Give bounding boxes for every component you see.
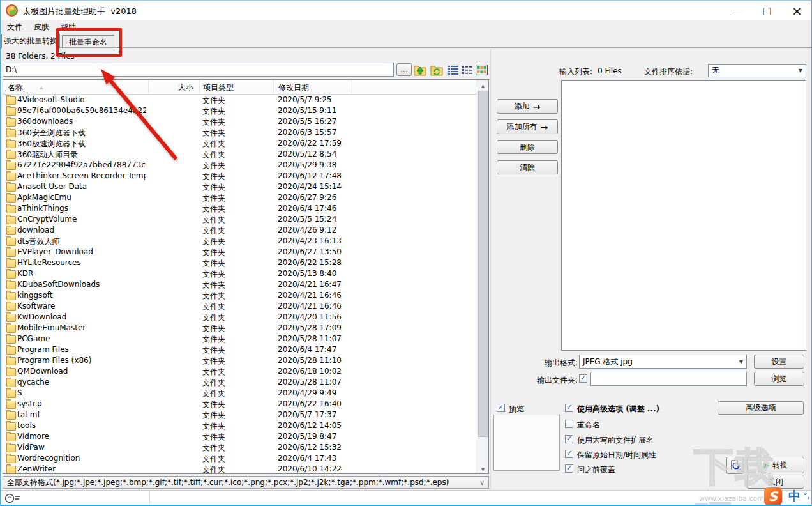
scroll-down-button[interactable] xyxy=(477,463,488,473)
list-view-button[interactable] xyxy=(460,63,474,77)
ask-overwrite-label[interactable]: 问之前覆盖 xyxy=(577,464,615,475)
ime-toolbar-icons[interactable] xyxy=(803,491,810,500)
folder-summary: 38 Folders, 2 Files xyxy=(6,52,75,61)
table-row[interactable]: HYLiteResources 文件夹 2020/6/22 15:28 xyxy=(3,257,477,268)
file-type: 文件夹 xyxy=(202,378,225,388)
table-row[interactable]: 4Videosoft Studio 文件夹 2020/5/7 9:25 xyxy=(3,95,477,105)
scrollbar-thumb[interactable] xyxy=(478,91,489,437)
table-row[interactable]: tal-mf 文件夹 2020/5/7 17:37 xyxy=(3,410,477,420)
file-type: 文件夹 xyxy=(202,291,225,302)
table-row[interactable]: 360极速浏览器下载 文件夹 2020/6/22 17:59 xyxy=(3,138,477,149)
table-row[interactable]: PCGame 文件夹 2020/5/28 11:07 xyxy=(3,334,477,344)
details-view-button[interactable] xyxy=(446,63,460,77)
table-row[interactable]: Program Files (x86) 文件夹 2020/5/28 11:10 xyxy=(3,355,477,366)
file-name: aThinkThings xyxy=(17,204,146,213)
table-row[interactable]: kinggsoft 文件夹 2020/4/21 16:46 xyxy=(3,290,477,301)
table-row[interactable]: systcp 文件夹 2020/6/22 16:40 xyxy=(3,399,477,410)
menu-item[interactable]: 文件 xyxy=(2,20,27,34)
folder-up-button[interactable] xyxy=(413,63,427,77)
advanced-options-label[interactable]: 使用高级选项 (调整 ...) xyxy=(577,404,659,415)
table-scrollbar[interactable] xyxy=(477,80,488,473)
table-row[interactable]: Vidmore 文件夹 2020/5/19 8:47 xyxy=(3,431,477,442)
path-input[interactable] xyxy=(3,63,394,77)
table-row[interactable]: QMDownload 文件夹 2020/6/18 10:02 xyxy=(3,366,477,377)
folder-icon xyxy=(6,368,16,376)
table-row[interactable]: Ksoftware 文件夹 2020/4/21 16:46 xyxy=(3,301,477,312)
format-filter-combobox[interactable]: 全部支持格式(*.jpg;*.jpe;*.jpeg;*.bmp;*.gif;*.… xyxy=(3,476,489,489)
table-row[interactable]: 67271e22904f92a7bbed788773c02a99 文件夹 202… xyxy=(3,160,477,171)
table-row[interactable]: dts音效大师 文件夹 2020/4/23 16:13 xyxy=(3,236,477,247)
table-row[interactable]: Program Files 文件夹 2020/6/4 17:47 xyxy=(3,344,477,355)
minimize-button[interactable] xyxy=(722,1,752,20)
maximize-button[interactable] xyxy=(752,1,782,20)
ime-language-indicator[interactable]: 中 xyxy=(788,488,801,505)
output-folder-label: 输出文件夹: xyxy=(522,375,578,386)
clear-button[interactable]: 清除 xyxy=(497,160,558,174)
convert-button[interactable]: 转换 xyxy=(747,457,804,473)
table-row[interactable]: download 文件夹 2020/4/26 9:12 xyxy=(3,225,477,236)
ime-sogou-icon[interactable]: S xyxy=(764,487,782,505)
input-file-listbox[interactable] xyxy=(561,80,806,351)
column-header-name[interactable]: 名称 xyxy=(3,80,149,94)
scroll-up-button[interactable] xyxy=(477,80,488,90)
table-row[interactable]: KDR 文件夹 2020/5/13 8:40 xyxy=(3,268,477,279)
table-row[interactable]: Wordrecognition 文件夹 2020/6/4 17:43 xyxy=(3,453,477,464)
preview-checkbox[interactable] xyxy=(497,404,505,412)
table-row[interactable]: 360驱动大师目录 文件夹 2020/5/12 8:54 xyxy=(3,149,477,160)
table-row[interactable]: VidPaw 文件夹 2020/6/12 15:32 xyxy=(3,442,477,453)
table-row[interactable]: ZenWriter 文件夹 2020/6/10 14:22 xyxy=(3,464,477,473)
delete-button[interactable]: 删除 xyxy=(497,140,558,154)
output-format-select[interactable]: JPEG 格式 jpg xyxy=(579,355,747,369)
file-modified: 2020/5/7 17:37 xyxy=(278,410,336,419)
table-row[interactable]: KwDownload 文件夹 2020/4/20 11:56 xyxy=(3,312,477,323)
add-button[interactable]: 添加 xyxy=(497,99,558,114)
thumbnail-view-button[interactable] xyxy=(474,63,488,77)
tab-batch-rename[interactable]: 批量重命名 xyxy=(62,35,114,48)
settings-button[interactable]: 设置 xyxy=(754,355,804,369)
table-row[interactable]: EVPlayer_Download 文件夹 2020/6/27 13:50 xyxy=(3,247,477,257)
table-row[interactable]: 95e7f6af000ba6c59c86134e4b22 文件夹 2020/5/… xyxy=(3,105,477,116)
ask-overwrite-checkbox[interactable] xyxy=(565,464,573,473)
column-header-type[interactable]: 项目类型 xyxy=(200,80,274,94)
uppercase-ext-checkbox[interactable] xyxy=(565,435,573,443)
column-header-modified[interactable]: 修改日期 xyxy=(274,80,352,94)
keep-date-label[interactable]: 保留原始日期/时间属性 xyxy=(577,450,656,461)
table-row[interactable]: S 文件夹 2020/4/29 9:49 xyxy=(3,388,477,399)
table-row[interactable]: KDubaSoftDownloads 文件夹 2020/4/21 16:47 xyxy=(3,279,477,290)
preview-result-button[interactable] xyxy=(726,457,744,474)
table-row[interactable]: aThinkThings 文件夹 2020/6/4 17:46 xyxy=(3,203,477,214)
table-row[interactable]: AceThinker Screen Recorder Temp 文件夹 2020… xyxy=(3,171,477,181)
table-row[interactable]: ApkMagicEmu 文件夹 2020/6/27 9:26 xyxy=(3,192,477,203)
file-name: qycache xyxy=(17,378,146,387)
file-type: 文件夹 xyxy=(202,95,225,106)
menu-item[interactable]: 皮肤 xyxy=(29,20,54,34)
tab-batch-convert[interactable]: 强大的批量转换 xyxy=(1,34,60,48)
table-row[interactable]: 360downloads 文件夹 2020/5/5 16:27 xyxy=(3,116,477,127)
column-header-size[interactable]: 大小 xyxy=(149,80,200,94)
close-button[interactable] xyxy=(782,1,812,20)
advanced-options-button[interactable]: 高级选项 xyxy=(718,401,804,415)
browse-path-button[interactable]: ... xyxy=(396,63,412,76)
output-folder-checkbox[interactable] xyxy=(579,374,587,383)
refresh-button[interactable] xyxy=(430,63,444,77)
rename-checkbox[interactable] xyxy=(565,420,573,428)
close-dialog-button[interactable]: 关闭 xyxy=(747,475,804,489)
table-row[interactable]: 360安全浏览器下载 文件夹 2020/6/3 15:57 xyxy=(3,127,477,138)
browse-output-button[interactable]: 浏览 xyxy=(754,372,804,386)
sort-by-select[interactable]: 无 xyxy=(708,64,806,77)
keep-date-checkbox[interactable] xyxy=(565,450,573,458)
menu-item[interactable]: 帮助 xyxy=(56,20,81,34)
file-name: Vidmore xyxy=(17,432,146,441)
add-all-button[interactable]: 添加所有 xyxy=(497,119,558,134)
table-row[interactable]: CnCryptVolume 文件夹 2020/5/5 15:24 xyxy=(3,214,477,225)
table-row[interactable]: tools 文件夹 2020/6/12 14:05 xyxy=(3,420,477,431)
folder-icon xyxy=(6,140,16,148)
table-row[interactable]: qycache 文件夹 2020/5/28 11:07 xyxy=(3,377,477,388)
table-row[interactable]: Anasoft User Data 文件夹 2020/4/24 15:14 xyxy=(3,181,477,192)
preview-label[interactable]: 预览 xyxy=(509,404,524,415)
uppercase-ext-label[interactable]: 使用大写的文件扩展名 xyxy=(577,435,654,446)
table-row[interactable]: MobileEmuMaster 文件夹 2020/5/28 17:09 xyxy=(3,323,477,334)
output-folder-input[interactable] xyxy=(590,372,747,386)
rename-label[interactable]: 重命名 xyxy=(577,420,600,431)
advanced-options-checkbox[interactable] xyxy=(565,404,573,412)
